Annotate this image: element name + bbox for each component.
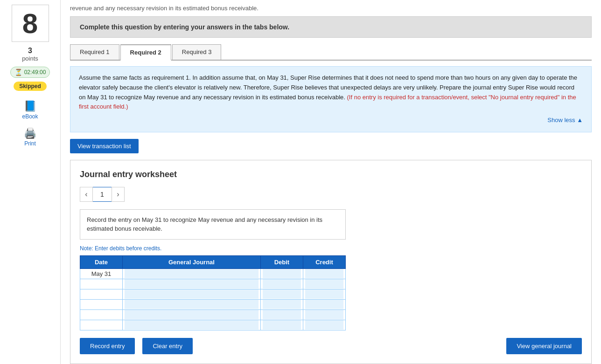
general-journal-input-5[interactable] xyxy=(125,310,259,319)
date-cell-6 xyxy=(80,320,123,330)
general-journal-cell-2[interactable] xyxy=(123,279,261,289)
col-header-date: Date xyxy=(80,255,123,268)
instruction-box: Complete this question by entering your … xyxy=(70,16,592,38)
worksheet-container: Journal entry worksheet ‹ 1 › Record the… xyxy=(70,160,592,364)
show-less-link[interactable]: Show less ▲ xyxy=(79,116,583,125)
col-header-general-journal: General Journal xyxy=(123,255,261,268)
credit-input-1[interactable] xyxy=(305,269,343,278)
description-box: Assume the same facts as requirement 1. … xyxy=(70,66,592,132)
main-content: revenue and any necessary revision in it… xyxy=(61,0,601,364)
skipped-badge: Skipped xyxy=(14,82,47,91)
credit-input-6[interactable] xyxy=(305,320,343,330)
ebook-tool[interactable]: 📘 eBook xyxy=(22,100,38,120)
question-number-box: 8 xyxy=(12,5,49,42)
date-cell-4 xyxy=(80,299,123,309)
tab-required-3[interactable]: Required 3 xyxy=(172,44,222,60)
top-text: revenue and any necessary revision in it… xyxy=(70,5,592,12)
date-cell-3 xyxy=(80,289,123,299)
debit-cell-1[interactable] xyxy=(260,268,303,279)
credit-input-5[interactable] xyxy=(305,310,343,319)
general-journal-input-4[interactable] xyxy=(125,300,259,309)
debit-input-2[interactable] xyxy=(263,279,301,288)
page-number: 1 xyxy=(93,187,112,202)
credit-cell-5[interactable] xyxy=(303,309,345,320)
debit-input-5[interactable] xyxy=(263,310,301,319)
timer-badge: ⏳ 02:49:00 xyxy=(10,67,50,78)
general-journal-input-2[interactable] xyxy=(125,279,259,288)
credit-cell-2[interactable] xyxy=(303,279,345,289)
debit-input-4[interactable] xyxy=(263,300,301,309)
col-header-debit: Debit xyxy=(260,255,303,268)
credit-cell-6[interactable] xyxy=(303,320,345,330)
credit-input-3[interactable] xyxy=(305,289,343,299)
tab-required-2[interactable]: Required 2 xyxy=(120,44,171,61)
note-text: Note: Enter debits before credits. xyxy=(80,245,582,252)
print-tool[interactable]: 🖨️ Print xyxy=(24,127,36,147)
timer-icon: ⏳ xyxy=(14,69,22,76)
table-row: May 31 xyxy=(80,268,346,279)
table-row xyxy=(80,320,346,330)
debit-input-1[interactable] xyxy=(263,269,301,278)
print-icon: 🖨️ xyxy=(24,127,36,139)
tabs-row: Required 1 Required 2 Required 3 xyxy=(70,44,592,61)
table-row xyxy=(80,279,346,289)
prev-page-button[interactable]: ‹ xyxy=(80,187,93,202)
ebook-label: eBook xyxy=(22,113,38,120)
general-journal-cell-5[interactable] xyxy=(123,309,261,320)
date-cell-1: May 31 xyxy=(80,268,123,279)
table-row xyxy=(80,289,346,299)
print-label: Print xyxy=(24,140,36,147)
general-journal-cell-3[interactable] xyxy=(123,289,261,299)
view-general-journal-button[interactable]: View general journal xyxy=(506,338,582,354)
tab-required-1[interactable]: Required 1 xyxy=(70,44,119,60)
action-buttons: Record entry Clear entry View general jo… xyxy=(80,338,582,354)
date-cell-2 xyxy=(80,279,123,289)
general-journal-cell-1[interactable] xyxy=(123,268,261,279)
journal-table: Date General Journal Debit Credit xyxy=(80,255,346,330)
view-transaction-button[interactable]: View transaction list xyxy=(70,139,139,153)
credit-input-2[interactable] xyxy=(305,279,343,288)
debit-input-3[interactable] xyxy=(263,289,301,299)
points-value: 3 xyxy=(28,47,32,55)
debit-cell-5[interactable] xyxy=(260,309,303,320)
credit-input-4[interactable] xyxy=(305,300,343,309)
debit-cell-6[interactable] xyxy=(260,320,303,330)
col-header-credit: Credit xyxy=(303,255,345,268)
debit-cell-2[interactable] xyxy=(260,279,303,289)
general-journal-cell-4[interactable] xyxy=(123,299,261,309)
points-label: points xyxy=(22,55,38,62)
record-entry-button[interactable]: Record entry xyxy=(80,338,135,354)
debit-input-6[interactable] xyxy=(263,320,301,330)
next-page-button[interactable]: › xyxy=(112,187,125,202)
page-nav: ‹ 1 › xyxy=(80,187,582,202)
worksheet-title: Journal entry worksheet xyxy=(80,170,582,179)
general-journal-input-6[interactable] xyxy=(125,320,259,330)
credit-cell-3[interactable] xyxy=(303,289,345,299)
instruction-text: Complete this question by entering your … xyxy=(80,23,289,31)
clear-entry-button[interactable]: Clear entry xyxy=(142,338,193,354)
table-row xyxy=(80,299,346,309)
date-cell-5 xyxy=(80,309,123,320)
credit-cell-4[interactable] xyxy=(303,299,345,309)
general-journal-input-1[interactable] xyxy=(125,269,259,278)
general-journal-cell-6[interactable] xyxy=(123,320,261,330)
general-journal-input-3[interactable] xyxy=(125,289,259,299)
question-number: 8 xyxy=(22,7,38,40)
debit-cell-4[interactable] xyxy=(260,299,303,309)
table-row xyxy=(80,309,346,320)
sidebar: 8 3 points ⏳ 02:49:00 Skipped 📘 eBook 🖨️… xyxy=(0,0,61,364)
timer-value: 02:49:00 xyxy=(24,69,46,76)
ebook-icon: 📘 xyxy=(24,100,36,112)
credit-cell-1[interactable] xyxy=(303,268,345,279)
debit-cell-3[interactable] xyxy=(260,289,303,299)
entry-description: Record the entry on May 31 to recognize … xyxy=(80,209,346,240)
